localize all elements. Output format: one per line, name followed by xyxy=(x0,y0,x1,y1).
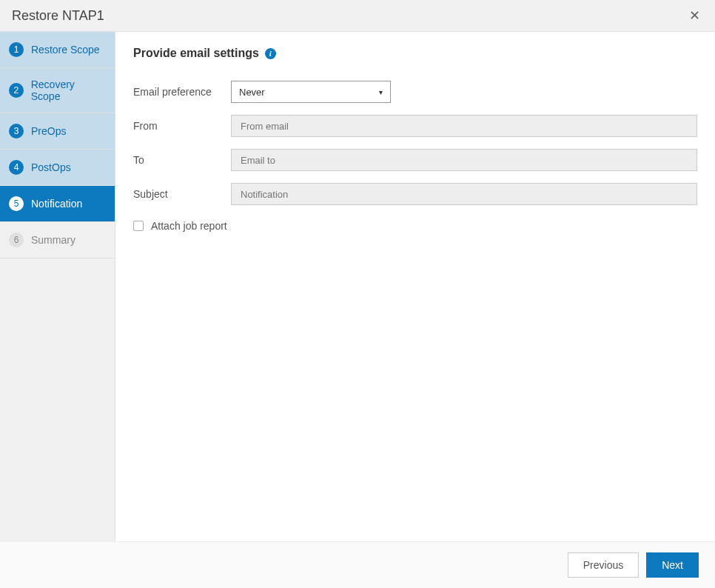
step-restore-scope[interactable]: 1 Restore Scope xyxy=(0,32,115,68)
attach-job-report-label: Attach job report xyxy=(151,220,227,232)
step-preops[interactable]: 3 PreOps xyxy=(0,113,115,150)
from-label: From xyxy=(133,120,231,132)
step-label: PreOps xyxy=(31,125,66,137)
step-summary[interactable]: 6 Summary xyxy=(0,222,115,258)
step-label: PostOps xyxy=(31,161,71,173)
email-preference-select[interactable]: Never ▾ xyxy=(231,81,391,103)
window-title: Restore NTAP1 xyxy=(12,8,104,24)
step-number: 5 xyxy=(9,196,24,211)
to-input[interactable] xyxy=(231,149,697,171)
step-postops[interactable]: 4 PostOps xyxy=(0,150,115,186)
page-title: Provide email settings xyxy=(133,47,259,60)
step-label: Recovery Scope xyxy=(31,78,106,102)
step-number: 4 xyxy=(9,160,24,175)
select-value: Never xyxy=(239,87,265,98)
step-label: Summary xyxy=(31,234,75,246)
info-icon[interactable]: i xyxy=(265,48,276,59)
step-notification[interactable]: 5 Notification xyxy=(0,186,115,222)
close-icon[interactable]: ✕ xyxy=(686,7,703,24)
step-number: 2 xyxy=(9,83,24,98)
from-input[interactable] xyxy=(231,115,697,137)
wizard-sidebar: 1 Restore Scope 2 Recovery Scope 3 PreOp… xyxy=(0,32,115,541)
subject-label: Subject xyxy=(133,188,231,200)
step-number: 6 xyxy=(9,233,24,247)
next-button[interactable]: Next xyxy=(646,552,699,578)
main-content: Provide email settings i Email preferenc… xyxy=(115,32,715,541)
step-number: 1 xyxy=(9,42,24,57)
step-label: Notification xyxy=(31,198,82,210)
to-label: To xyxy=(133,154,231,166)
email-preference-label: Email preference xyxy=(133,86,231,98)
subject-input[interactable] xyxy=(231,183,697,205)
footer: Previous Next xyxy=(0,541,715,588)
step-recovery-scope[interactable]: 2 Recovery Scope xyxy=(0,68,115,113)
attach-job-report-checkbox[interactable] xyxy=(133,221,144,231)
chevron-down-icon: ▾ xyxy=(379,88,383,96)
previous-button[interactable]: Previous xyxy=(568,552,639,578)
step-number: 3 xyxy=(9,124,24,138)
step-label: Restore Scope xyxy=(31,44,100,56)
